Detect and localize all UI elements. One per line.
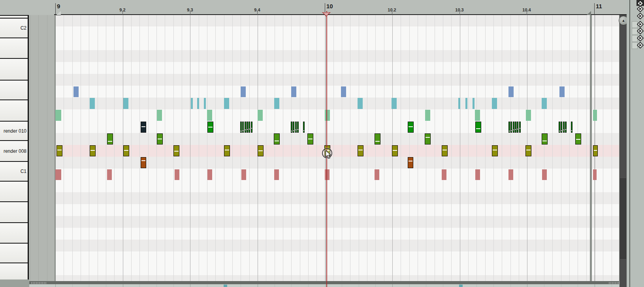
piano-key-render-008[interactable]: render 008 [0,140,28,161]
midi-note-blue[interactable] [508,86,514,97]
midi-note-blue[interactable] [559,86,565,97]
midi-note-teal-narrow[interactable] [191,98,193,109]
fx-diamond-icon[interactable] [637,6,644,12]
midi-note-roll[interactable] [510,122,512,133]
midi-note-roll[interactable] [303,122,305,133]
midi-note-olive[interactable] [258,145,264,156]
midi-note-green[interactable] [107,133,113,144]
midi-note-green[interactable] [375,133,380,144]
ruler-beat-label[interactable]: 9.2 [119,8,125,12]
midi-note-roll[interactable] [508,122,510,133]
piano-key[interactable] [0,15,28,18]
midi-note-green[interactable] [274,133,280,144]
piano-key[interactable] [0,263,28,279]
midi-note-teal[interactable] [123,98,128,109]
midi-note-olive[interactable] [90,145,96,156]
midi-note-roll[interactable] [240,122,242,133]
midi-note-teal-narrow[interactable] [197,98,199,109]
fx-diamond-icon[interactable] [637,21,644,28]
midi-note-green[interactable] [307,133,313,144]
midi-note-red[interactable] [375,169,379,180]
midi-note-olive[interactable] [123,145,129,156]
midi-note-roll[interactable] [293,122,294,133]
midi-note-seafoam[interactable] [475,110,480,121]
midi-note-olive[interactable] [173,145,179,156]
midi-note-seafoam[interactable] [325,110,330,121]
midi-note-red[interactable] [593,169,597,180]
fx-diamond-icon[interactable] [637,13,644,19]
ruler-measure-label[interactable]: 11 [596,3,602,9]
midi-note-olive[interactable] [358,145,363,156]
midi-note-roll[interactable] [297,122,299,133]
midi-note-teal[interactable] [542,98,547,109]
midi-note-roll[interactable] [565,122,567,133]
midi-note-roll[interactable] [563,122,565,133]
piano-key-C1[interactable]: C1 [0,161,28,181]
midi-note-red[interactable] [325,169,330,180]
ruler-beat-label[interactable]: 10.3 [455,8,463,12]
midi-note-green[interactable] [575,133,581,144]
midi-note-olive[interactable] [593,145,598,156]
midi-note-red[interactable] [508,169,513,180]
midi-note-seafoam[interactable] [425,110,430,121]
midi-note-teal[interactable] [90,98,95,109]
midi-note-green-bright[interactable] [475,122,481,133]
piano-key[interactable] [0,181,28,201]
piano-key[interactable] [0,99,28,121]
fx-diamond-icon[interactable] [637,35,644,41]
cc-event[interactable] [459,285,463,287]
midi-note-roll[interactable] [242,122,244,133]
midi-note-teal-narrow[interactable] [473,98,475,109]
ruler-measure-label[interactable]: 10 [326,3,333,9]
piano-key[interactable] [0,243,28,263]
ruler-measure-label[interactable]: 9 [57,3,60,9]
midi-note-teal[interactable] [392,98,397,109]
midi-note-seafoam[interactable] [207,110,212,121]
midi-note-navy[interactable] [141,122,146,133]
ruler-beat-label[interactable]: 9.3 [187,8,193,12]
piano-key[interactable] [0,222,28,243]
midi-note-roll[interactable] [513,122,514,133]
midi-note-roll[interactable] [559,122,560,133]
midi-note-red[interactable] [542,169,547,180]
midi-note-teal[interactable] [274,98,279,109]
midi-note-red[interactable] [175,169,179,180]
midi-note-olive[interactable] [525,145,531,156]
midi-note-green-bright[interactable] [207,122,213,133]
ruler-beat-label[interactable]: 10.4 [522,8,531,12]
pane-divider[interactable] [29,281,619,284]
midi-note-olive[interactable] [392,145,398,156]
scrollbar-thumb[interactable] [620,178,626,259]
cc-event[interactable] [224,285,227,287]
ruler-beat-label[interactable]: 10.2 [388,8,396,12]
midi-note-red[interactable] [442,169,446,180]
midi-note-green[interactable] [425,133,431,144]
midi-note-olive[interactable] [442,145,448,156]
midi-note-seafoam[interactable] [526,110,531,121]
ruler-beat-label[interactable]: 9.4 [254,8,260,12]
midi-note-roll[interactable] [249,122,250,133]
piano-key[interactable] [0,201,28,222]
midi-note-teal[interactable] [224,98,229,109]
midi-note-red[interactable] [55,169,61,180]
midi-note-seafoam[interactable] [258,110,263,121]
midi-note-red[interactable] [107,169,112,180]
midi-note-green[interactable] [157,133,163,144]
piano-key-C2[interactable]: C2 [0,18,28,38]
midi-note-red[interactable] [241,169,246,180]
midi-note-teal-narrow[interactable] [458,98,460,109]
midi-note-roll[interactable] [561,122,562,133]
fx-diamond-icon[interactable] [637,42,644,49]
midi-note-olive[interactable] [56,145,62,156]
midi-note-roll[interactable] [295,122,297,133]
piano-key[interactable] [0,58,28,80]
midi-note-brown[interactable] [408,157,413,168]
midi-note-blue[interactable] [73,86,79,97]
midi-note-green-bright[interactable] [408,122,414,133]
midi-note-roll[interactable] [247,122,248,133]
midi-note-teal-narrow[interactable] [465,98,467,109]
fx-diamond-icon[interactable] [637,28,644,34]
midi-note-teal[interactable] [358,98,363,109]
midi-note-blue[interactable] [341,86,346,97]
midi-note-red[interactable] [207,169,212,180]
